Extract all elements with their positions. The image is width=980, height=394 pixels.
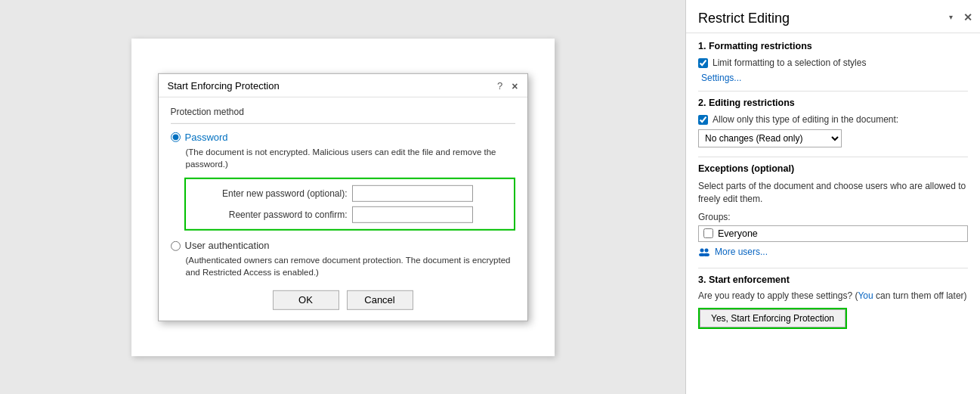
start-enforcing-dialog: Start Enforcing Protection ? × Protectio… <box>158 73 528 321</box>
section2-heading: 2. Editing restrictions <box>698 98 968 108</box>
user-auth-radio[interactable] <box>171 241 181 251</box>
section2-divider <box>698 157 968 157</box>
enforcement-desc: Are you ready to apply these settings? (… <box>698 290 968 302</box>
users-icon <box>698 247 710 256</box>
svg-point-3 <box>703 253 709 256</box>
document-area: Start Enforcing Protection ? × Protectio… <box>0 0 685 394</box>
enforce-btn-wrapper: Yes, Start Enforcing Protection <box>698 308 847 329</box>
limit-formatting-label[interactable]: Limit formatting to a selection of style… <box>713 57 866 68</box>
dialog-titlebar-controls: ? × <box>497 79 518 92</box>
password-radio-label[interactable]: Password <box>185 131 228 142</box>
confirm-password-input[interactable] <box>352 206 473 223</box>
groups-label: Groups: <box>698 212 968 222</box>
password-radio-note: (The document is not encrypted. Maliciou… <box>186 145 515 169</box>
dialog-overlay: Start Enforcing Protection ? × Protectio… <box>158 73 528 321</box>
enforcement-desc-you: You <box>858 290 873 301</box>
dialog-help-button[interactable]: ? <box>497 80 502 92</box>
section3-divider <box>698 268 968 268</box>
new-password-input[interactable] <box>352 185 473 202</box>
password-radio[interactable] <box>171 132 181 141</box>
dialog-body: Protection method Password (The document… <box>159 97 527 320</box>
exceptions-heading: Exceptions (optional) <box>698 163 968 174</box>
enforce-button[interactable]: Yes, Start Enforcing Protection <box>700 309 846 327</box>
more-users-label: More users... <box>715 247 768 257</box>
dialog-title: Start Enforcing Protection <box>168 80 280 92</box>
panel-close-button[interactable]: ✕ <box>963 11 972 23</box>
allow-editing-label[interactable]: Allow only this type of editing in the d… <box>713 114 898 125</box>
confirm-password-row: Reenter password to confirm: <box>193 206 506 223</box>
ok-button[interactable]: OK <box>273 290 339 310</box>
section3-heading: 3. Start enforcement <box>698 275 968 285</box>
password-radio-row: Password <box>171 131 515 142</box>
editing-type-dropdown-row: No changes (Read only) Tracked changes C… <box>698 129 968 147</box>
panel-header-controls: ▾ ✕ <box>949 11 972 23</box>
dialog-close-button[interactable]: × <box>512 79 518 92</box>
everyone-row: Everyone <box>698 225 968 242</box>
panel-header: Restrict Editing ▾ ✕ <box>686 0 980 33</box>
allow-editing-checkbox[interactable] <box>698 115 708 125</box>
everyone-label: Everyone <box>718 228 758 239</box>
password-fields-container: Enter new password (optional): Reenter p… <box>184 178 515 231</box>
new-password-label: Enter new password (optional): <box>193 188 352 199</box>
everyone-checkbox[interactable] <box>703 228 713 238</box>
new-password-row: Enter new password (optional): <box>193 185 506 202</box>
exceptions-desc: Select parts of the document and choose … <box>698 180 968 206</box>
more-users-link[interactable]: More users... <box>698 247 968 257</box>
allow-editing-row: Allow only this type of editing in the d… <box>698 114 968 125</box>
section1-divider <box>698 91 968 92</box>
editing-type-select[interactable]: No changes (Read only) Tracked changes C… <box>698 129 842 147</box>
panel-title: Restrict Editing <box>698 5 790 29</box>
cancel-button[interactable]: Cancel <box>347 290 413 310</box>
settings-link[interactable]: Settings... <box>701 73 968 83</box>
svg-point-2 <box>705 248 709 252</box>
panel-body: 1. Formatting restrictions Limit formatt… <box>686 33 980 394</box>
svg-point-0 <box>700 248 704 252</box>
user-auth-radio-row: User authentication <box>171 240 515 251</box>
restrict-editing-panel: Restrict Editing ▾ ✕ 1. Formatting restr… <box>685 0 980 394</box>
user-auth-note: (Authenticated owners can remove documen… <box>186 254 515 278</box>
panel-chevron-icon[interactable]: ▾ <box>949 13 953 21</box>
limit-formatting-row: Limit formatting to a selection of style… <box>698 57 968 68</box>
section1-heading: 1. Formatting restrictions <box>698 41 968 51</box>
user-auth-radio-label[interactable]: User authentication <box>185 240 270 251</box>
protection-method-label: Protection method <box>171 106 515 116</box>
limit-formatting-checkbox[interactable] <box>698 58 708 68</box>
dialog-titlebar: Start Enforcing Protection ? × <box>159 73 527 97</box>
dialog-divider <box>171 123 515 123</box>
confirm-password-label: Reenter password to confirm: <box>193 209 352 220</box>
dialog-buttons: OK Cancel <box>171 290 515 310</box>
